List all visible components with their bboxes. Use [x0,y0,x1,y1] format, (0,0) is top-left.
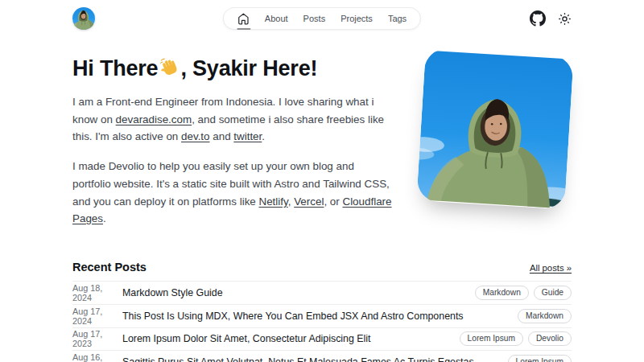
post-date: Aug 16, 2023 [72,352,122,362]
nav-item-tags[interactable]: Tags [388,14,407,23]
hero-section: Hi There👋, Syakir Here! I am a Front-end… [72,48,572,240]
post-date: Aug 18, 2024 [72,283,122,302]
post-title-link[interactable]: Lorem Ipsum Dolor Sit Amet, Consectetur … [122,333,452,344]
nav-item-projects[interactable]: Projects [341,14,373,23]
wave-emoji-icon [159,57,180,78]
link-vercel[interactable]: Vercel [294,195,324,208]
nav-item-about[interactable]: About [265,14,288,23]
header-actions [530,10,572,27]
tag-pill[interactable]: Guide [534,286,572,300]
tag-pill[interactable]: Markdown [518,309,572,323]
tag-pill[interactable]: Markdown [475,286,529,300]
tag-pill[interactable]: Lorem Ipsum [508,355,572,362]
nav-item-posts[interactable]: Posts [303,14,326,23]
post-tags: Lorem Ipsum Devolio [460,331,572,346]
post-row: Aug 17, 2024 This Post Is Using MDX, Whe… [72,305,572,328]
main-nav: About Posts Projects Tags [223,7,421,30]
intro-paragraph: I am a Front-end Engineer from Indonesia… [72,93,393,146]
link-devto[interactable]: dev.to [181,130,209,142]
avatar[interactable] [72,7,95,30]
hero-text: Hi There👋, Syakir Here! I am a Front-end… [72,48,393,240]
post-tags: Markdown [518,309,572,323]
top-bar: About Posts Projects Tags [72,6,572,31]
page-container: About Posts Projects Tags Hi There👋, Sya… [72,6,572,362]
nav-item-home[interactable] [237,8,250,29]
link-netlify[interactable]: Netlify [259,195,288,208]
home-icon [237,13,250,25]
post-row: Aug 17, 2023 Lorem Ipsum Dolor Sit Amet,… [72,328,572,352]
post-list: Aug 18, 2024 Markdown Style Guide Markdo… [72,281,572,362]
tag-pill[interactable]: Lorem Ipsum [460,331,523,346]
post-title-link[interactable]: Sagittis Purus Sit Amet Volutpat. Netus … [122,356,500,362]
post-tags: Markdown Guide [475,286,572,300]
post-title-link[interactable]: Markdown Style Guide [122,287,467,298]
hero-photo [416,48,573,210]
sun-icon[interactable] [558,12,572,26]
nav-active-indicator [237,28,250,30]
recent-posts-section: Recent Posts All posts » Aug 18, 2024 Ma… [72,261,572,362]
link-twitter[interactable]: twitter [233,130,262,142]
page-title: Hi There👋, Syakir Here! [72,56,393,81]
post-tags: Lorem Ipsum [508,355,572,362]
post-date: Aug 17, 2023 [72,329,122,348]
post-date: Aug 17, 2024 [72,306,122,326]
link-devaradise[interactable]: devaradise.com [116,113,192,125]
post-title-link[interactable]: This Post Is Using MDX, Where You Can Em… [122,311,510,322]
post-row: Aug 16, 2023 Sagittis Purus Sit Amet Vol… [72,351,572,362]
devolio-paragraph: I made Devolio to help you easily set up… [72,158,393,228]
all-posts-link[interactable]: All posts » [530,263,572,273]
post-row: Aug 18, 2024 Markdown Style Guide Markdo… [72,282,572,305]
recent-posts-title: Recent Posts [72,261,147,274]
github-icon[interactable] [530,10,546,27]
tag-pill[interactable]: Devolio [528,331,572,346]
